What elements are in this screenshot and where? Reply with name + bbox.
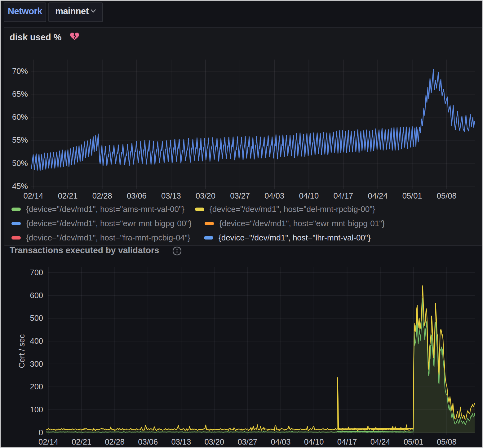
- svg-text:100: 100: [30, 405, 43, 414]
- svg-text:05/08: 05/08: [437, 437, 457, 446]
- svg-text:04/24: 04/24: [368, 191, 388, 200]
- svg-text:04/17: 04/17: [337, 437, 357, 446]
- svg-text:02/21: 02/21: [72, 437, 91, 446]
- svg-text:03/20: 03/20: [196, 191, 215, 200]
- svg-text:04/10: 04/10: [304, 437, 324, 446]
- svg-text:55%: 55%: [12, 136, 28, 144]
- svg-text:03/06: 03/06: [138, 437, 158, 446]
- svg-text:02/14: 02/14: [38, 437, 58, 446]
- svg-text:03/27: 03/27: [237, 437, 257, 446]
- svg-text:05/01: 05/01: [402, 191, 422, 200]
- svg-text:0: 0: [39, 428, 43, 437]
- svg-text:03/13: 03/13: [161, 191, 181, 200]
- svg-text:05/01: 05/01: [404, 437, 423, 446]
- svg-text:400: 400: [30, 337, 43, 345]
- svg-text:200: 200: [30, 382, 43, 391]
- svg-text:03/06: 03/06: [127, 191, 147, 200]
- svg-text:02/21: 02/21: [58, 191, 78, 200]
- svg-text:600: 600: [30, 291, 43, 300]
- svg-text:05/08: 05/08: [437, 191, 457, 200]
- svg-text:500: 500: [30, 314, 43, 322]
- svg-text:02/28: 02/28: [105, 437, 125, 446]
- svg-text:700: 700: [30, 268, 43, 277]
- svg-text:60%: 60%: [12, 113, 28, 121]
- svg-text:Cert / sec: Cert / sec: [17, 334, 26, 368]
- svg-text:02/14: 02/14: [24, 191, 43, 200]
- svg-text:04/03: 04/03: [264, 191, 284, 200]
- svg-text:45%: 45%: [12, 182, 28, 190]
- svg-text:04/03: 04/03: [271, 437, 291, 446]
- svg-text:03/13: 03/13: [171, 437, 191, 446]
- svg-text:04/17: 04/17: [333, 191, 353, 200]
- svg-text:50%: 50%: [12, 159, 28, 168]
- svg-text:04/24: 04/24: [370, 437, 390, 446]
- svg-text:300: 300: [30, 360, 43, 368]
- svg-text:03/27: 03/27: [230, 191, 250, 200]
- svg-text:70%: 70%: [12, 67, 28, 75]
- svg-text:03/20: 03/20: [204, 437, 224, 446]
- svg-text:65%: 65%: [12, 90, 28, 98]
- svg-text:04/10: 04/10: [299, 191, 319, 200]
- svg-text:02/28: 02/28: [92, 191, 112, 200]
